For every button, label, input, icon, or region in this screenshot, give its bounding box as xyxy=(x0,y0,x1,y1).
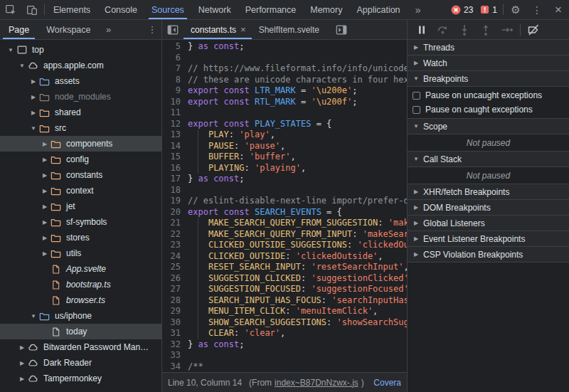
tree-item-us-iphone[interactable]: ▼us/iphone xyxy=(0,308,161,324)
navigator-tab-page[interactable]: Page xyxy=(0,20,38,39)
step-icon[interactable] xyxy=(499,21,516,38)
section-dom-breakpoints[interactable]: ▶DOM Breakpoints xyxy=(408,200,569,216)
inspect-icon[interactable] xyxy=(0,0,21,19)
tree-item-sf-symbols[interactable]: ▶sf-symbols xyxy=(0,214,161,230)
line-number[interactable]: 10 xyxy=(162,97,181,108)
more-navigator-tabs-icon[interactable]: » xyxy=(100,20,118,39)
hide-navigator-icon[interactable] xyxy=(162,20,184,39)
line-number[interactable]: 23 xyxy=(162,240,181,251)
step-out-icon[interactable] xyxy=(477,21,494,38)
line-number[interactable]: 31 xyxy=(162,328,181,339)
tree-item-src[interactable]: ▼src xyxy=(0,120,161,136)
section-event-listener-breakpoints[interactable]: ▶Event Listener Breakpoints xyxy=(408,231,569,247)
chevron-down-icon: ▼ xyxy=(28,125,38,132)
line-number[interactable]: 30 xyxy=(162,317,181,329)
line-number[interactable]: 29 xyxy=(162,306,181,317)
line-number[interactable]: 26 xyxy=(162,273,181,285)
line-number[interactable]: 28 xyxy=(162,295,181,307)
section-global-listeners[interactable]: ▶Global Listeners xyxy=(408,216,569,231)
line-number[interactable]: 21 xyxy=(162,218,181,229)
tree-item-stores[interactable]: ▶stores xyxy=(0,230,161,245)
tree-item-utils[interactable]: ▶utils xyxy=(0,245,161,261)
line-number[interactable]: 16 xyxy=(162,163,181,174)
section-csp-violation-breakpoints[interactable]: ▶CSP Violation Breakpoints xyxy=(408,247,569,263)
checkbox-row-pause-on-caught-exceptions[interactable]: Pause on caught exceptions xyxy=(408,102,569,117)
checkbox-row-pause-on-uncaught-exceptions[interactable]: Pause on uncaught exceptions xyxy=(408,88,569,102)
tree-item-bitwarden-password-man[interactable]: ▶Bitwarden Password Man… xyxy=(0,339,161,355)
tree-item-shared[interactable]: ▶shared xyxy=(0,105,161,120)
error-badge[interactable]: 23 xyxy=(451,5,473,15)
pause-icon[interactable] xyxy=(413,21,430,38)
checkbox[interactable] xyxy=(413,92,420,100)
line-number[interactable]: 25 xyxy=(162,262,181,273)
navigator-tab-workspace[interactable]: Workspace xyxy=(38,20,99,39)
close-tab-icon[interactable]: × xyxy=(240,24,246,35)
line-number[interactable]: 27 xyxy=(162,284,181,295)
line-number[interactable]: 17 xyxy=(162,174,181,185)
tree-item-top[interactable]: ▼top xyxy=(0,42,161,58)
tree-item-jet[interactable]: ▶jet xyxy=(0,198,161,214)
source-map-link[interactable]: index~B87DnNzwx-.js xyxy=(275,378,358,388)
section-breakpoints[interactable]: ▼Breakpoints xyxy=(408,71,569,87)
tab-memory[interactable]: Memory xyxy=(303,0,349,19)
tree-item-apps-apple-com[interactable]: ▼apps.apple.com xyxy=(0,58,161,73)
navigator-menu-icon[interactable]: ⋮ xyxy=(143,20,161,39)
customize-menu-icon[interactable]: ⋮ xyxy=(526,0,548,19)
line-number[interactable]: 33 xyxy=(162,350,181,361)
tab-elements[interactable]: Elements xyxy=(46,0,97,19)
tree-item-config[interactable]: ▶config xyxy=(0,152,161,167)
line-number[interactable]: 9 xyxy=(162,85,181,97)
line-number[interactable]: 12 xyxy=(162,119,181,130)
line-number[interactable]: 6 xyxy=(162,53,181,64)
line-number[interactable]: 24 xyxy=(162,251,181,263)
tab-sources[interactable]: Sources xyxy=(144,0,191,19)
coverage-link[interactable]: Covera xyxy=(373,378,401,388)
tree-item-dark-reader[interactable]: ▶Dark Reader xyxy=(0,355,161,371)
editor-tab-shelfitem-svelte[interactable]: ShelfItem.svelte xyxy=(252,20,325,39)
toggle-debugger-sidebar-icon[interactable] xyxy=(331,20,352,39)
line-number[interactable]: 34 xyxy=(162,361,181,373)
line-number[interactable]: 20 xyxy=(162,207,181,218)
section-xhr-fetch-breakpoints[interactable]: ▶XHR/fetch Breakpoints xyxy=(408,184,569,200)
tab-console[interactable]: Console xyxy=(97,0,144,19)
tree-item-node-modules[interactable]: ▶node_modules xyxy=(0,89,161,105)
settings-gear-icon[interactable]: ⚙ xyxy=(505,0,526,19)
checkbox[interactable] xyxy=(413,106,420,114)
issues-badge[interactable]: 1 xyxy=(480,5,497,15)
line-number[interactable]: 8 xyxy=(162,75,181,86)
section-scope[interactable]: ▼Scope xyxy=(408,119,569,134)
line-number[interactable]: 11 xyxy=(162,107,181,119)
tree-item-constants[interactable]: ▶constants xyxy=(0,167,161,183)
step-over-icon[interactable] xyxy=(435,21,452,38)
tree-item-assets[interactable]: ▶assets xyxy=(0,73,161,89)
editor-tab-constants-ts[interactable]: constants.ts× xyxy=(184,20,252,39)
tab-network[interactable]: Network xyxy=(191,0,238,19)
section-watch[interactable]: ▶Watch xyxy=(408,55,569,71)
line-number[interactable]: 14 xyxy=(162,141,181,152)
line-number[interactable]: 32 xyxy=(162,339,181,351)
code-editor[interactable]: 5} as const;67// https://www.fileformat.… xyxy=(162,40,407,372)
line-number[interactable]: 15 xyxy=(162,152,181,163)
line-number[interactable]: 18 xyxy=(162,185,181,196)
line-number[interactable]: 5 xyxy=(162,41,181,53)
step-into-icon[interactable] xyxy=(456,21,473,38)
tree-item-components[interactable]: ▶components xyxy=(0,136,161,152)
section-threads[interactable]: ▶Threads xyxy=(408,40,569,55)
line-number[interactable]: 13 xyxy=(162,129,181,141)
device-toolbar-icon[interactable] xyxy=(21,0,43,19)
tree-item-browser-ts[interactable]: browser.ts xyxy=(0,292,161,308)
tab-performance[interactable]: Performance xyxy=(238,0,304,19)
line-number[interactable]: 7 xyxy=(162,63,181,75)
more-panels-icon[interactable]: » xyxy=(408,0,429,19)
line-number[interactable]: 22 xyxy=(162,229,181,240)
deactivate-breakpoints-icon[interactable] xyxy=(525,21,542,38)
tree-item-today[interactable]: today xyxy=(0,324,161,339)
tree-item-app-svelte[interactable]: App.svelte xyxy=(0,261,161,277)
tab-application[interactable]: Application xyxy=(349,0,407,19)
close-icon[interactable]: × xyxy=(548,0,569,19)
section-call-stack[interactable]: ▼Call Stack xyxy=(408,152,569,167)
tree-item-tampermonkey[interactable]: ▶Tampermonkey xyxy=(0,371,161,386)
line-number[interactable]: 19 xyxy=(162,196,181,207)
tree-item-context[interactable]: ▶context xyxy=(0,183,161,198)
tree-item-bootstrap-ts[interactable]: bootstrap.ts xyxy=(0,277,161,292)
